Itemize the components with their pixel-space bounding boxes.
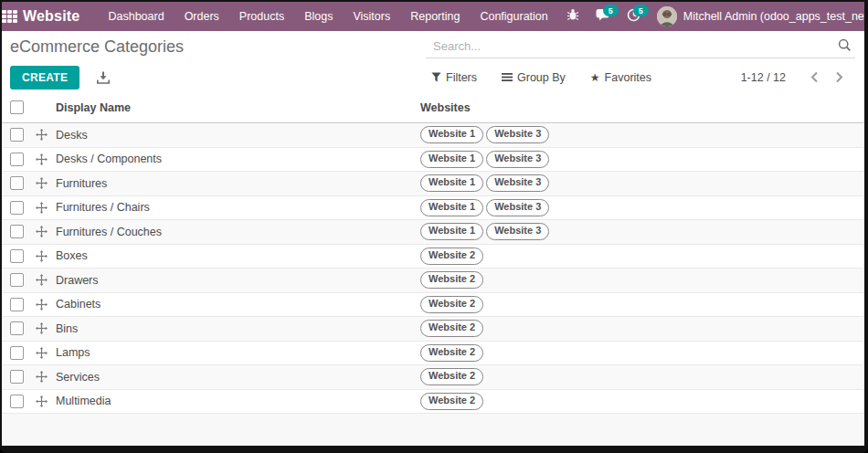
pager-previous-button[interactable] bbox=[802, 69, 827, 85]
row-websites: Website 1Website 3 bbox=[420, 174, 864, 192]
user-avatar[interactable] bbox=[657, 6, 677, 26]
drag-handle[interactable] bbox=[29, 395, 55, 407]
row-checkbox[interactable] bbox=[10, 225, 24, 238]
website-badge: Website 2 bbox=[420, 368, 483, 385]
move-icon bbox=[36, 202, 48, 214]
nav-item-configuration[interactable]: Configuration bbox=[470, 2, 557, 31]
messages-button[interactable]: 5 bbox=[587, 2, 619, 31]
row-checkbox[interactable] bbox=[10, 346, 24, 360]
row-checkbox[interactable] bbox=[10, 176, 24, 190]
drag-handle[interactable] bbox=[29, 202, 55, 214]
table-row[interactable]: Furnitures / Couches Website 1Website 3 bbox=[2, 220, 864, 245]
apps-menu-button[interactable] bbox=[2, 2, 17, 31]
row-checkbox[interactable] bbox=[10, 153, 24, 166]
website-badge: Website 3 bbox=[486, 151, 549, 168]
nav-item-visitors[interactable]: Visitors bbox=[343, 2, 400, 31]
table-row[interactable]: Furnitures Website 1Website 3 bbox=[2, 172, 864, 196]
column-header-websites[interactable]: Websites bbox=[420, 101, 864, 114]
table-row[interactable]: Bins Website 2 bbox=[2, 317, 864, 342]
bug-icon bbox=[566, 8, 579, 25]
chevron-right-icon bbox=[835, 71, 843, 83]
row-checkbox[interactable] bbox=[10, 321, 24, 335]
nav-item-reporting[interactable]: Reporting bbox=[400, 2, 470, 31]
move-icon bbox=[36, 250, 48, 262]
control-panel-bottom: CREATE Filters Group By bbox=[2, 62, 864, 92]
row-checkbox[interactable] bbox=[10, 298, 24, 311]
row-websites: Website 2 bbox=[420, 320, 864, 337]
row-display-name: Cabinets bbox=[55, 298, 420, 311]
row-display-name: Bins bbox=[55, 322, 420, 335]
drag-handle[interactable] bbox=[29, 153, 55, 165]
drag-handle[interactable] bbox=[29, 299, 55, 311]
table-row[interactable]: Lamps Website 2 bbox=[2, 342, 864, 366]
messages-count-badge: 5 bbox=[603, 5, 619, 16]
move-icon bbox=[36, 226, 48, 237]
filters-button[interactable]: Filters bbox=[431, 71, 477, 84]
search-icon[interactable] bbox=[838, 38, 852, 56]
row-checkbox[interactable] bbox=[10, 395, 24, 408]
top-navbar: Website Dashboard Orders Products Blogs … bbox=[2, 2, 864, 31]
export-button[interactable] bbox=[97, 71, 110, 84]
drag-handle[interactable] bbox=[29, 347, 55, 359]
activities-button[interactable]: 5 bbox=[619, 2, 649, 31]
row-checkbox[interactable] bbox=[10, 201, 24, 215]
website-badge: Website 3 bbox=[486, 223, 549, 240]
drag-handle[interactable] bbox=[29, 226, 55, 237]
user-menu[interactable]: Mitchell Admin (odoo_apps_test_new_sep1) bbox=[683, 10, 868, 23]
nav-item-dashboard[interactable]: Dashboard bbox=[98, 2, 174, 31]
table-row[interactable]: Desks / Components Website 1Website 3 bbox=[2, 148, 864, 173]
row-checkbox[interactable] bbox=[10, 249, 24, 263]
group-by-button[interactable]: Group By bbox=[502, 71, 566, 84]
website-badge: Website 2 bbox=[420, 320, 483, 337]
move-icon bbox=[36, 274, 48, 286]
debug-button[interactable] bbox=[558, 2, 587, 31]
table-row[interactable]: Drawers Website 2 bbox=[2, 269, 864, 293]
table-row[interactable]: Multimedia Website 2 bbox=[2, 390, 864, 415]
website-badge: Website 1 bbox=[420, 151, 483, 168]
drag-handle[interactable] bbox=[29, 250, 55, 262]
row-websites: Website 2 bbox=[420, 393, 864, 410]
search-input[interactable] bbox=[426, 36, 855, 58]
drag-handle[interactable] bbox=[29, 322, 55, 334]
table-row[interactable]: Furnitures / Chairs Website 1Website 3 bbox=[2, 196, 864, 221]
table-row[interactable]: Services Website 2 bbox=[2, 365, 864, 390]
row-checkbox[interactable] bbox=[10, 273, 24, 287]
row-display-name: Furnitures bbox=[55, 177, 420, 190]
nav-item-orders[interactable]: Orders bbox=[175, 2, 229, 31]
website-badge: Website 1 bbox=[420, 199, 483, 216]
row-websites: Website 2 bbox=[420, 344, 864, 362]
control-panel-top: eCommerce Categories bbox=[2, 31, 864, 62]
row-websites: Website 1Website 3 bbox=[420, 126, 864, 143]
drag-handle[interactable] bbox=[29, 371, 55, 383]
list-view-background bbox=[2, 414, 864, 446]
row-checkbox[interactable] bbox=[10, 128, 24, 142]
website-badge: Website 2 bbox=[420, 248, 483, 265]
drag-handle[interactable] bbox=[29, 274, 55, 286]
row-checkbox[interactable] bbox=[10, 370, 24, 384]
favorites-button[interactable]: ★ Favorites bbox=[590, 71, 651, 84]
create-button[interactable]: CREATE bbox=[10, 66, 79, 90]
move-icon bbox=[36, 395, 48, 407]
drag-handle[interactable] bbox=[29, 129, 55, 141]
table-row[interactable]: Boxes Website 2 bbox=[2, 245, 864, 269]
website-badge: Website 2 bbox=[420, 344, 483, 362]
nav-item-products[interactable]: Products bbox=[229, 2, 294, 31]
website-badge: Website 3 bbox=[486, 174, 549, 192]
select-all-checkbox[interactable] bbox=[10, 100, 24, 114]
pager-next-button[interactable] bbox=[827, 69, 852, 85]
row-websites: Website 1Website 3 bbox=[420, 223, 864, 240]
move-icon bbox=[36, 153, 48, 165]
brand-website[interactable]: Website bbox=[23, 8, 79, 25]
table-row[interactable]: Desks Website 1Website 3 bbox=[2, 123, 864, 148]
pager-range: 1-12 / 12 bbox=[741, 71, 786, 84]
nav-item-blogs[interactable]: Blogs bbox=[294, 2, 343, 31]
table-row[interactable]: Cabinets Website 2 bbox=[2, 293, 864, 318]
download-icon bbox=[97, 71, 110, 84]
row-display-name: Desks bbox=[55, 129, 420, 142]
chevron-left-icon bbox=[810, 71, 819, 83]
column-header-display-name[interactable]: Display Name bbox=[55, 101, 420, 114]
website-badge: Website 2 bbox=[420, 271, 483, 289]
move-icon bbox=[36, 177, 48, 189]
group-by-icon bbox=[502, 72, 513, 82]
drag-handle[interactable] bbox=[29, 177, 55, 189]
